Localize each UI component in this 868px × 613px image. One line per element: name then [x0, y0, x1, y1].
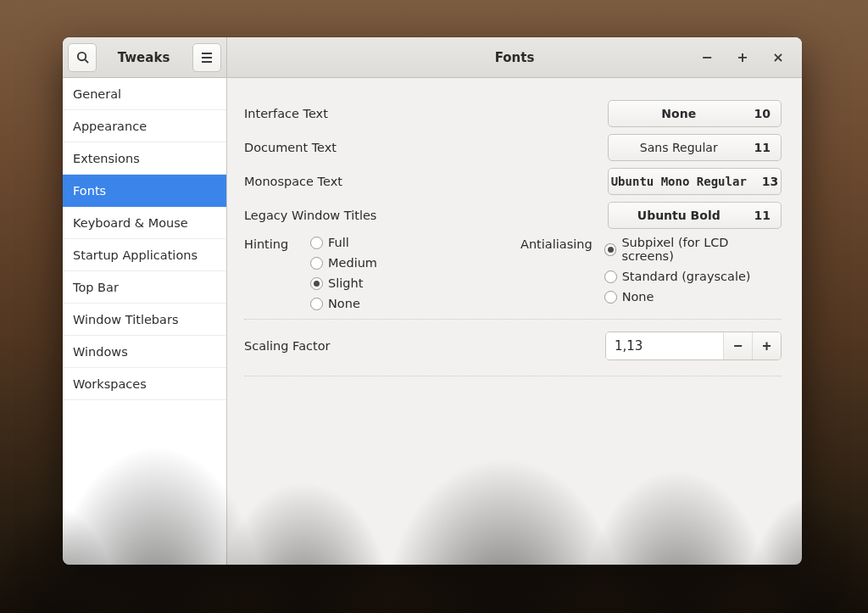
font-size: 10 [754, 107, 771, 120]
page-title: Fonts [495, 50, 535, 65]
font-size: 11 [754, 209, 771, 222]
radio-option[interactable]: Subpixel (for LCD screens) [604, 236, 782, 263]
scaling-decrement[interactable]: − [723, 332, 752, 359]
font-row-label: Monospace Text [244, 175, 596, 188]
font-row-3: Legacy Window TitlesUbuntu Bold11 [244, 198, 782, 232]
app-title: Tweaks [102, 50, 187, 65]
scaling-increment[interactable]: + [752, 332, 781, 359]
font-selector-button[interactable]: Sans Regular11 [608, 134, 782, 161]
radio-option[interactable]: Slight [310, 276, 377, 290]
desktop-wallpaper: Tweaks Fonts − + × GeneralAppearanceExte… [0, 0, 868, 613]
sidebar-item-general[interactable]: General [63, 78, 226, 110]
headerbar-right: Fonts − + × [227, 37, 802, 77]
window-body: GeneralAppearanceExtensionsFontsKeyboard… [63, 78, 802, 565]
font-row-label: Document Text [244, 141, 596, 154]
radio-dot-icon [604, 243, 617, 256]
sidebar-item-keyboard-mouse[interactable]: Keyboard & Mouse [63, 207, 226, 239]
radio-dot-icon [604, 291, 617, 304]
scaling-spinbutton: − + [605, 332, 782, 360]
window-controls: − + × [697, 37, 797, 77]
radio-dot-icon [310, 237, 323, 249]
tweaks-window: Tweaks Fonts − + × GeneralAppearanceExte… [63, 37, 802, 565]
font-selector-button[interactable]: None10 [608, 100, 782, 127]
headerbar: Tweaks Fonts − + × [63, 37, 802, 78]
radio-grid: Hinting FullMediumSlightNone Antialiasin… [244, 236, 782, 310]
font-selector-button[interactable]: Ubuntu Mono Regular13 [608, 168, 782, 195]
sidebar-item-workspaces[interactable]: Workspaces [63, 368, 226, 400]
radio-label: Standard (grayscale) [622, 270, 751, 283]
maximize-button[interactable]: + [732, 47, 753, 68]
font-row-label: Interface Text [244, 107, 596, 120]
hinting-section: Hinting FullMediumSlightNone [244, 236, 505, 310]
radio-label: None [622, 290, 654, 304]
font-row-2: Monospace TextUbuntu Mono Regular13 [244, 164, 782, 198]
headerbar-left: Tweaks [63, 37, 227, 77]
radio-option[interactable]: Medium [310, 256, 377, 270]
menu-icon [201, 53, 213, 63]
search-icon [76, 51, 89, 64]
radio-dot-icon [310, 277, 323, 290]
radio-option[interactable]: Standard (grayscale) [604, 270, 782, 283]
font-size: 13 [762, 175, 778, 188]
radio-dot-icon [604, 270, 617, 283]
scaling-row: Scaling Factor − + [244, 319, 782, 376]
radio-label: Full [328, 236, 349, 249]
antialiasing-section: Antialiasing Subpixel (for LCD screens)S… [520, 236, 782, 310]
radio-label: Slight [328, 276, 363, 290]
radio-label: Medium [328, 256, 377, 270]
sidebar-item-startup-applications[interactable]: Startup Applications [63, 239, 226, 271]
scaling-label: Scaling Factor [244, 339, 605, 353]
antialiasing-label: Antialiasing [520, 236, 596, 251]
svg-point-0 [77, 53, 85, 60]
sidebar-item-windows[interactable]: Windows [63, 336, 226, 368]
font-row-1: Document TextSans Regular11 [244, 131, 782, 164]
radio-dot-icon [310, 298, 323, 310]
radio-option[interactable]: Full [310, 236, 377, 249]
font-name: Sans Regular [619, 141, 739, 154]
svg-line-1 [85, 59, 88, 63]
close-button[interactable]: × [768, 47, 788, 68]
content-fonts: Interface TextNone10Document TextSans Re… [227, 78, 802, 565]
sidebar-item-top-bar[interactable]: Top Bar [63, 271, 226, 304]
menu-button[interactable] [192, 43, 221, 72]
font-row-0: Interface TextNone10 [244, 97, 782, 131]
font-selector-button[interactable]: Ubuntu Bold11 [608, 202, 782, 229]
sidebar-item-fonts[interactable]: Fonts [63, 175, 226, 207]
font-size: 11 [754, 141, 771, 154]
sidebar-item-window-titlebars[interactable]: Window Titlebars [63, 304, 226, 336]
radio-dot-icon [310, 257, 323, 270]
hinting-label: Hinting [244, 236, 302, 251]
radio-option[interactable]: None [604, 290, 782, 304]
font-name: None [619, 107, 739, 120]
font-name: Ubuntu Mono Regular [611, 175, 747, 188]
radio-option[interactable]: None [310, 297, 377, 310]
radio-label: Subpixel (for LCD screens) [621, 236, 782, 263]
scaling-input[interactable] [606, 332, 723, 359]
sidebar: GeneralAppearanceExtensionsFontsKeyboard… [63, 78, 227, 565]
sidebar-item-appearance[interactable]: Appearance [63, 110, 226, 142]
minimize-button[interactable]: − [697, 47, 717, 68]
radio-label: None [328, 297, 360, 310]
font-row-label: Legacy Window Titles [244, 209, 596, 222]
search-button[interactable] [68, 43, 97, 72]
font-name: Ubuntu Bold [619, 209, 739, 222]
sidebar-item-extensions[interactable]: Extensions [63, 142, 226, 175]
